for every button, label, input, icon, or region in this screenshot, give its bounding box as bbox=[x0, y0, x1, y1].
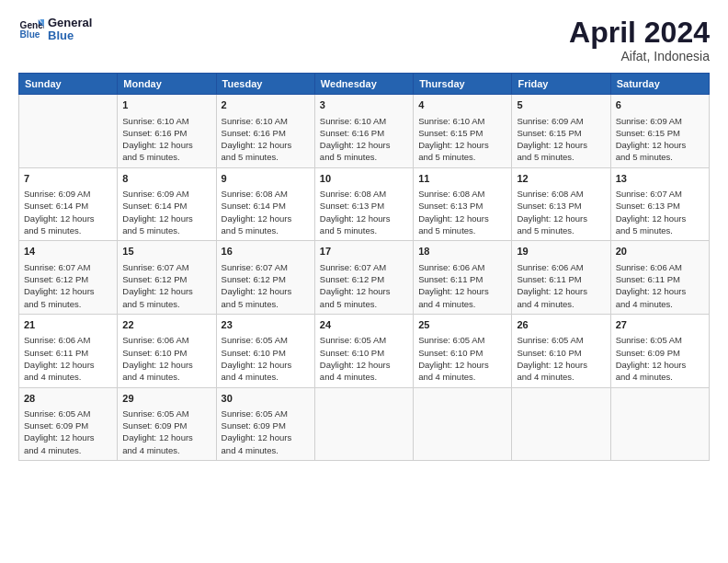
day-number: 26 bbox=[517, 318, 605, 332]
day-number: 14 bbox=[24, 245, 112, 259]
cell-info: Sunrise: 6:05 AM Sunset: 6:10 PM Dayligh… bbox=[517, 334, 605, 383]
week-row-5: 28Sunrise: 6:05 AM Sunset: 6:09 PM Dayli… bbox=[19, 387, 710, 461]
day-number: 16 bbox=[222, 245, 310, 259]
day-number: 12 bbox=[517, 172, 605, 186]
cell-info: Sunrise: 6:07 AM Sunset: 6:12 PM Dayligh… bbox=[222, 261, 310, 310]
col-header-wednesday: Wednesday bbox=[314, 74, 413, 95]
calendar-cell bbox=[314, 387, 413, 461]
cell-info: Sunrise: 6:05 AM Sunset: 6:10 PM Dayligh… bbox=[222, 334, 310, 383]
day-number: 30 bbox=[222, 392, 310, 406]
cell-info: Sunrise: 6:09 AM Sunset: 6:15 PM Dayligh… bbox=[517, 115, 605, 164]
svg-text:Blue: Blue bbox=[20, 30, 40, 40]
day-number: 10 bbox=[320, 172, 408, 186]
week-row-1: 1Sunrise: 6:10 AM Sunset: 6:16 PM Daylig… bbox=[19, 95, 710, 168]
cell-info: Sunrise: 6:05 AM Sunset: 6:09 PM Dayligh… bbox=[122, 408, 210, 456]
day-number: 18 bbox=[418, 245, 506, 259]
cell-info: Sunrise: 6:06 AM Sunset: 6:11 PM Dayligh… bbox=[616, 261, 704, 310]
cell-info: Sunrise: 6:05 AM Sunset: 6:10 PM Dayligh… bbox=[418, 334, 506, 383]
col-header-saturday: Saturday bbox=[610, 74, 709, 95]
col-header-friday: Friday bbox=[512, 74, 610, 95]
day-number: 6 bbox=[616, 98, 704, 112]
cell-info: Sunrise: 6:08 AM Sunset: 6:13 PM Dayligh… bbox=[418, 188, 506, 236]
calendar-cell: 2Sunrise: 6:10 AM Sunset: 6:16 PM Daylig… bbox=[216, 95, 314, 168]
main-title: April 2024 bbox=[569, 17, 710, 49]
day-number: 4 bbox=[418, 98, 506, 112]
header: General Blue General Blue April 2024 Aif… bbox=[18, 17, 710, 63]
day-number: 11 bbox=[418, 172, 506, 186]
cell-info: Sunrise: 6:05 AM Sunset: 6:09 PM Dayligh… bbox=[616, 334, 704, 383]
day-number: 25 bbox=[418, 318, 506, 332]
calendar-header-row: SundayMondayTuesdayWednesdayThursdayFrid… bbox=[19, 74, 710, 95]
calendar-cell bbox=[19, 95, 118, 168]
day-number: 29 bbox=[122, 392, 210, 406]
day-number: 2 bbox=[222, 98, 310, 112]
day-number: 8 bbox=[122, 172, 210, 186]
cell-info: Sunrise: 6:08 AM Sunset: 6:13 PM Dayligh… bbox=[320, 188, 408, 236]
calendar-cell: 7Sunrise: 6:09 AM Sunset: 6:14 PM Daylig… bbox=[19, 167, 118, 241]
calendar-cell: 11Sunrise: 6:08 AM Sunset: 6:13 PM Dayli… bbox=[414, 167, 512, 241]
day-number: 1 bbox=[122, 98, 210, 112]
day-number: 15 bbox=[122, 245, 210, 259]
calendar-cell bbox=[610, 387, 709, 461]
cell-info: Sunrise: 6:06 AM Sunset: 6:11 PM Dayligh… bbox=[24, 334, 112, 383]
calendar-cell: 27Sunrise: 6:05 AM Sunset: 6:09 PM Dayli… bbox=[610, 314, 709, 387]
calendar-cell: 9Sunrise: 6:08 AM Sunset: 6:14 PM Daylig… bbox=[216, 167, 314, 241]
calendar-cell: 5Sunrise: 6:09 AM Sunset: 6:15 PM Daylig… bbox=[512, 95, 610, 168]
cell-info: Sunrise: 6:06 AM Sunset: 6:10 PM Dayligh… bbox=[122, 334, 210, 383]
cell-info: Sunrise: 6:10 AM Sunset: 6:16 PM Dayligh… bbox=[320, 115, 408, 164]
calendar-cell bbox=[414, 387, 512, 461]
cell-info: Sunrise: 6:09 AM Sunset: 6:14 PM Dayligh… bbox=[122, 188, 210, 236]
cell-info: Sunrise: 6:05 AM Sunset: 6:09 PM Dayligh… bbox=[222, 408, 310, 456]
day-number: 13 bbox=[616, 172, 704, 186]
cell-info: Sunrise: 6:07 AM Sunset: 6:12 PM Dayligh… bbox=[24, 261, 112, 310]
col-header-thursday: Thursday bbox=[414, 74, 512, 95]
cell-info: Sunrise: 6:07 AM Sunset: 6:13 PM Dayligh… bbox=[616, 188, 704, 236]
calendar-cell: 25Sunrise: 6:05 AM Sunset: 6:10 PM Dayli… bbox=[414, 314, 512, 387]
calendar-table: SundayMondayTuesdayWednesdayThursdayFrid… bbox=[18, 73, 710, 461]
day-number: 24 bbox=[320, 318, 408, 332]
cell-info: Sunrise: 6:05 AM Sunset: 6:10 PM Dayligh… bbox=[320, 334, 408, 383]
day-number: 3 bbox=[320, 98, 408, 112]
calendar-cell: 20Sunrise: 6:06 AM Sunset: 6:11 PM Dayli… bbox=[610, 241, 709, 315]
day-number: 21 bbox=[24, 318, 112, 332]
calendar-cell: 21Sunrise: 6:06 AM Sunset: 6:11 PM Dayli… bbox=[19, 314, 118, 387]
cell-info: Sunrise: 6:10 AM Sunset: 6:16 PM Dayligh… bbox=[222, 115, 310, 164]
calendar-cell: 3Sunrise: 6:10 AM Sunset: 6:16 PM Daylig… bbox=[314, 95, 413, 168]
cell-info: Sunrise: 6:08 AM Sunset: 6:13 PM Dayligh… bbox=[517, 188, 605, 236]
subtitle: Aifat, Indonesia bbox=[569, 49, 710, 63]
logo-blue-text: Blue bbox=[48, 29, 92, 42]
day-number: 22 bbox=[122, 318, 210, 332]
calendar-cell: 18Sunrise: 6:06 AM Sunset: 6:11 PM Dayli… bbox=[414, 241, 512, 315]
logo-general-text: General bbox=[48, 17, 92, 29]
day-number: 5 bbox=[517, 98, 605, 112]
cell-info: Sunrise: 6:10 AM Sunset: 6:16 PM Dayligh… bbox=[122, 115, 210, 164]
calendar-cell: 26Sunrise: 6:05 AM Sunset: 6:10 PM Dayli… bbox=[512, 314, 610, 387]
calendar-cell: 12Sunrise: 6:08 AM Sunset: 6:13 PM Dayli… bbox=[512, 167, 610, 241]
calendar-cell: 19Sunrise: 6:06 AM Sunset: 6:11 PM Dayli… bbox=[512, 241, 610, 315]
cell-info: Sunrise: 6:07 AM Sunset: 6:12 PM Dayligh… bbox=[320, 261, 408, 310]
day-number: 23 bbox=[222, 318, 310, 332]
calendar-cell: 22Sunrise: 6:06 AM Sunset: 6:10 PM Dayli… bbox=[118, 314, 216, 387]
day-number: 28 bbox=[24, 392, 112, 406]
day-number: 17 bbox=[320, 245, 408, 259]
cell-info: Sunrise: 6:06 AM Sunset: 6:11 PM Dayligh… bbox=[418, 261, 506, 310]
page: General Blue General Blue April 2024 Aif… bbox=[0, 0, 728, 563]
cell-info: Sunrise: 6:05 AM Sunset: 6:09 PM Dayligh… bbox=[24, 408, 112, 456]
calendar-cell: 30Sunrise: 6:05 AM Sunset: 6:09 PM Dayli… bbox=[216, 387, 314, 461]
week-row-2: 7Sunrise: 6:09 AM Sunset: 6:14 PM Daylig… bbox=[19, 167, 710, 241]
calendar-cell: 15Sunrise: 6:07 AM Sunset: 6:12 PM Dayli… bbox=[118, 241, 216, 315]
generalblue-logo-icon: General Blue bbox=[18, 17, 44, 42]
calendar-cell: 16Sunrise: 6:07 AM Sunset: 6:12 PM Dayli… bbox=[216, 241, 314, 315]
calendar-cell bbox=[512, 387, 610, 461]
day-number: 7 bbox=[24, 172, 112, 186]
week-row-4: 21Sunrise: 6:06 AM Sunset: 6:11 PM Dayli… bbox=[19, 314, 710, 387]
title-block: April 2024 Aifat, Indonesia bbox=[569, 17, 710, 63]
calendar-cell: 4Sunrise: 6:10 AM Sunset: 6:15 PM Daylig… bbox=[414, 95, 512, 168]
col-header-tuesday: Tuesday bbox=[216, 74, 314, 95]
calendar-cell: 28Sunrise: 6:05 AM Sunset: 6:09 PM Dayli… bbox=[19, 387, 118, 461]
logo: General Blue General Blue bbox=[18, 17, 92, 43]
day-number: 19 bbox=[517, 245, 605, 259]
cell-info: Sunrise: 6:08 AM Sunset: 6:14 PM Dayligh… bbox=[222, 188, 310, 236]
cell-info: Sunrise: 6:09 AM Sunset: 6:14 PM Dayligh… bbox=[24, 188, 112, 236]
calendar-cell: 29Sunrise: 6:05 AM Sunset: 6:09 PM Dayli… bbox=[118, 387, 216, 461]
